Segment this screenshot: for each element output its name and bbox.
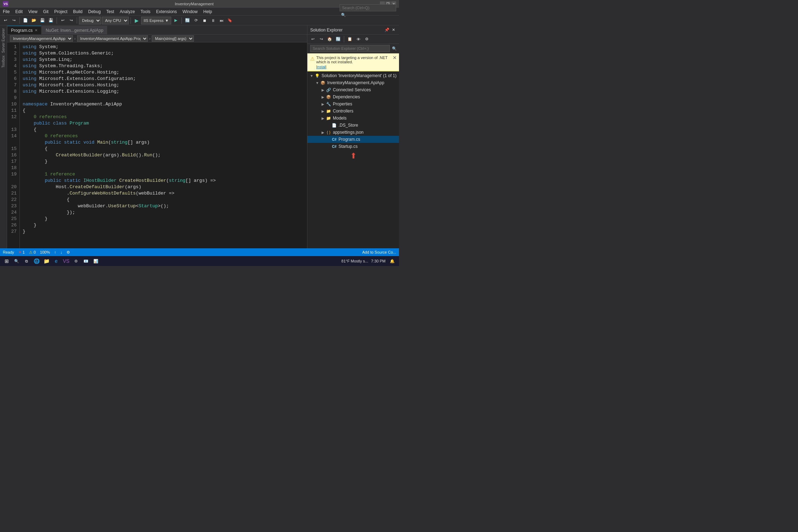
se-settings-button[interactable]: ⚙ [363, 35, 371, 43]
nav-up-button[interactable]: ↑ [54, 250, 56, 254]
toolbar-btn-6[interactable]: 🔖 [226, 17, 234, 24]
toolbar-btn-5[interactable]: ⏭ [218, 17, 225, 24]
taskbar-notification[interactable]: 🔔 [388, 257, 396, 265]
solution-search-input[interactable] [310, 45, 390, 52]
menu-window[interactable]: Window [180, 8, 201, 15]
dependencies-icon: 📦 [326, 94, 331, 100]
toolbar-btn-1[interactable]: 🔄 [184, 17, 191, 24]
taskbar-vs[interactable]: VS [62, 257, 70, 265]
tree-program-cs[interactable]: C# Program.cs [307, 136, 399, 143]
nav-down-button[interactable]: ↓ [60, 250, 63, 254]
taskbar-app1[interactable]: ⚙ [72, 257, 80, 265]
menu-help[interactable]: Help [201, 8, 215, 15]
solution-search-button[interactable]: 🔍 [391, 45, 398, 52]
tree-connected-services[interactable]: ▶ 🔗 Connected Services [307, 86, 399, 93]
toolbar-btn-3[interactable]: ⏹ [201, 17, 208, 24]
tree-controllers[interactable]: ▶ 📁 Controllers [307, 108, 399, 115]
status-bar-right: Add to Source Co... [362, 250, 396, 254]
add-to-source-control[interactable]: Add to Source Co... [362, 250, 396, 254]
new-solution-button[interactable]: 📄 [22, 17, 29, 24]
toolbox-tab[interactable]: Toolbox [1, 54, 6, 69]
code-editor[interactable]: 12345 678910 1112 13 14 151617 1819 2021… [7, 42, 307, 248]
forward-button[interactable]: ↪ [10, 17, 18, 24]
connected-services-icon: 🔗 [326, 87, 331, 93]
tree-ds-store[interactable]: 📄 .DS_Store [307, 122, 399, 129]
zoom-level[interactable]: 100% [40, 250, 50, 254]
undo-button[interactable]: ↩ [59, 17, 66, 24]
taskbar-app3[interactable]: 📊 [92, 257, 100, 265]
warning-badge[interactable]: ⚠ 0 [29, 250, 36, 255]
controllers-expand-icon[interactable]: ▶ [320, 109, 326, 113]
tree-solution[interactable]: ▼ 💡 Solution 'InventoryManagement' (1 of… [307, 72, 399, 79]
open-button[interactable]: 📂 [30, 17, 38, 24]
menu-edit[interactable]: Edit [12, 8, 25, 15]
panel-close-button[interactable]: ✕ [391, 27, 396, 33]
menu-file[interactable]: File [0, 8, 12, 15]
search-input[interactable] [340, 4, 396, 11]
se-show-all-button[interactable]: 👁 [354, 35, 362, 43]
back-button[interactable]: ↩ [1, 17, 9, 24]
save-button[interactable]: 💾 [39, 17, 46, 24]
appsettings-label: appsettings.json [333, 130, 364, 135]
breadcrumb-project-dropdown[interactable]: InventoryManagement.ApiApp [10, 35, 73, 42]
panel-pin-button[interactable]: 📌 [384, 27, 390, 33]
menu-build[interactable]: Build [70, 8, 86, 15]
run-button[interactable]: ▶ [133, 17, 140, 24]
tree-properties[interactable]: ▶ 🔧 Properties [307, 100, 399, 108]
menu-extensions[interactable]: Extensions [153, 8, 180, 15]
search-button[interactable]: 🔍 [340, 11, 347, 19]
warning-close-button[interactable]: ✕ [393, 55, 397, 60]
taskbar-ie[interactable]: e [52, 257, 60, 265]
tab-program-cs[interactable]: Program.cs ✕ [7, 26, 41, 34]
redo-button[interactable]: ↪ [67, 17, 75, 24]
solution-expand-icon[interactable]: ▼ [309, 74, 314, 78]
properties-expand-icon[interactable]: ▶ [320, 102, 326, 106]
taskbar-app2[interactable]: 📧 [82, 257, 90, 265]
tree-models[interactable]: ▶ 📁 Models [307, 115, 399, 122]
tab-nuget[interactable]: NuGet: Inven...gement.ApiApp [42, 26, 107, 34]
menu-tools[interactable]: Tools [138, 8, 153, 15]
tab-program-cs-close[interactable]: ✕ [35, 28, 37, 32]
debug-config-dropdown[interactable]: Debug [79, 17, 101, 24]
project-expand-icon[interactable]: ▼ [314, 81, 320, 85]
iis-express-dropdown[interactable]: IIS Express ▼ [141, 17, 171, 24]
menu-project[interactable]: Project [51, 8, 70, 15]
tree-appsettings[interactable]: ▶ { } appsettings.json [307, 129, 399, 136]
taskbar-explorer[interactable]: 📁 [42, 257, 50, 265]
breadcrumb-class-dropdown[interactable]: InventoryManagement.ApiApp.Program [77, 35, 148, 42]
save-all-button[interactable]: 💾 [47, 17, 55, 24]
solution-icon: 💡 [314, 73, 320, 79]
tree-startup-cs[interactable]: C# Startup.cs [307, 143, 399, 150]
error-badge[interactable]: ✕ 1 [18, 250, 25, 255]
taskbar-edge[interactable]: 🌐 [33, 257, 40, 265]
taskbar-task-view[interactable]: ⧉ [23, 257, 30, 265]
se-forward-button[interactable]: ↪ [317, 35, 325, 43]
models-expand-icon[interactable]: ▶ [320, 116, 326, 120]
taskbar-search[interactable]: 🔍 [13, 257, 21, 265]
start-menu-button[interactable]: ⊞ [3, 257, 11, 265]
code-content[interactable]: using System; using System.Collections.G… [20, 42, 307, 248]
tree-project[interactable]: ▼ 📦 InventoryManagement.ApiApp [307, 79, 399, 86]
se-collapse-button[interactable]: 📋 [346, 35, 354, 43]
tree-dependencies[interactable]: ▶ 📦 Dependencies [307, 93, 399, 100]
git-settings[interactable]: ⚙ [66, 250, 70, 255]
start-button[interactable]: ▶ [172, 17, 180, 24]
connected-services-expand-icon[interactable]: ▶ [320, 88, 326, 92]
toolbar-btn-2[interactable]: ⟳ [192, 17, 200, 24]
platform-dropdown[interactable]: Any CPU [102, 17, 129, 24]
menu-git[interactable]: Git [40, 8, 51, 15]
toolbar-btn-4[interactable]: ⏸ [209, 17, 217, 24]
se-refresh-button[interactable]: 🔄 [334, 35, 342, 43]
breadcrumb-member-dropdown[interactable]: Main(string[] args) [152, 35, 194, 42]
server-explorer-tab[interactable]: Server Explorer [1, 27, 6, 54]
dependencies-expand-icon[interactable]: ▶ [320, 95, 326, 99]
se-back-button[interactable]: ↩ [309, 35, 317, 43]
appsettings-expand-icon[interactable]: ▶ [320, 131, 326, 134]
menu-debug[interactable]: Debug [85, 8, 103, 15]
se-home-button[interactable]: 🏠 [326, 35, 334, 43]
menu-view[interactable]: View [25, 8, 40, 15]
menu-analyze[interactable]: Analyze [117, 8, 138, 15]
install-link[interactable]: Install [316, 65, 396, 69]
menu-test[interactable]: Test [104, 8, 117, 15]
toolbar-sep-5 [181, 17, 182, 24]
